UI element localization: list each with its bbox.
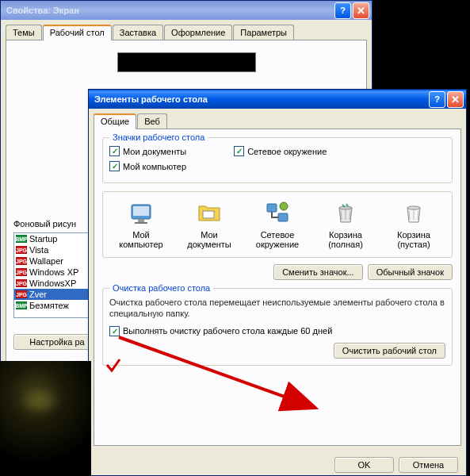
dialog-buttons: OK Отмена	[89, 451, 466, 476]
list-item[interactable]: JPGZver	[14, 289, 98, 300]
background-wallpaper	[0, 361, 91, 476]
check-label: Выполнять очистку рабочего стола каждые …	[123, 326, 332, 336]
desktop-icon-item[interactable]: Мой компьютер	[113, 200, 169, 249]
check-label: Мой компьютер	[123, 162, 186, 171]
svg-rect-2	[138, 219, 144, 222]
monitor-preview	[117, 52, 256, 72]
tab-screensaver[interactable]: Заставка	[113, 25, 163, 40]
file-icon: BMP	[16, 235, 27, 243]
window-title: Элементы рабочего стола	[91, 94, 429, 104]
desktop-icon-item[interactable]: Сетевое окружение	[250, 200, 305, 249]
svg-rect-3	[135, 222, 147, 224]
file-icon: JPG	[16, 279, 27, 287]
window-title: Свойства: Экран	[3, 6, 334, 15]
list-item-label: Vista	[29, 245, 48, 255]
list-item-label: Startup	[29, 234, 57, 244]
cleanup-description: Очистка рабочего стола перемещает неиспо…	[109, 297, 445, 320]
tabs: Общие Веб	[89, 109, 466, 129]
list-item[interactable]: JPGWindows XP	[14, 267, 98, 278]
check-network[interactable]: ✓Сетевое окружение	[234, 146, 327, 156]
check-cleanup-60days[interactable]: ✓Выполнять очистку рабочего стола каждые…	[109, 326, 445, 336]
desktop-icon-item[interactable]: Корзина (пустая)	[386, 200, 441, 249]
titlebar[interactable]: Элементы рабочего стола ? ✕	[89, 90, 466, 109]
list-item-label: Безмятеж	[29, 301, 69, 310]
svg-point-9	[407, 206, 420, 209]
check-mydocs[interactable]: ✓Мои документы	[109, 146, 186, 156]
tab-general[interactable]: Общие	[94, 113, 136, 129]
list-item-label: WindowsXP	[29, 278, 76, 288]
desktop-items-window: Элементы рабочего стола ? ✕ Общие Веб Зн…	[88, 89, 467, 476]
icon-label: Корзина (полная)	[318, 230, 373, 249]
desktop-icon	[197, 200, 222, 227]
check-mycomputer[interactable]: ✓Мой компьютер	[109, 161, 186, 171]
svg-point-8	[339, 206, 352, 209]
change-icon-button[interactable]: Сменить значок...	[273, 264, 363, 280]
svg-rect-4	[203, 211, 214, 218]
svg-rect-1	[133, 206, 149, 216]
list-item-label: Windows XP	[29, 267, 78, 277]
tab-settings[interactable]: Параметры	[233, 25, 294, 40]
tabs: Темы Рабочий стол Заставка Оформление Па…	[1, 20, 372, 40]
background-list[interactable]: BMPStartupJPGVistaJPGWallaperJPGWindows …	[13, 232, 99, 318]
close-button[interactable]: ✕	[447, 91, 464, 108]
icon-label: Сетевое окружение	[250, 230, 305, 249]
tab-appearance[interactable]: Оформление	[164, 25, 232, 40]
tab-themes[interactable]: Темы	[6, 25, 42, 40]
desktop-icons-fieldset: Значки рабочего стола ✓Мои документы ✓Мо…	[102, 137, 453, 183]
list-item[interactable]: JPGVista	[14, 244, 98, 255]
svg-rect-5	[267, 204, 277, 212]
help-button[interactable]: ?	[334, 2, 351, 19]
list-item[interactable]: JPGWallaper	[14, 255, 98, 267]
titlebar[interactable]: Свойства: Экран ? ✕	[1, 1, 372, 20]
default-icon-button[interactable]: Обычный значок	[368, 264, 453, 280]
tab-web[interactable]: Веб	[137, 113, 167, 129]
svg-rect-6	[278, 213, 288, 221]
list-item[interactable]: BMPStartup	[14, 233, 98, 244]
list-item[interactable]: BMPБезмятеж	[14, 300, 98, 311]
annotation-checkmark	[105, 357, 123, 374]
desktop-cleanup-fieldset: Очистка рабочего стола Очистка рабочего …	[102, 288, 453, 366]
list-item-label: Zver	[29, 290, 47, 299]
desktop-icon	[265, 200, 290, 227]
icon-label: Корзина (пустая)	[386, 230, 441, 249]
svg-point-7	[280, 202, 288, 210]
icon-label: Мой компьютер	[113, 230, 169, 249]
list-item-label: Wallaper	[29, 256, 63, 266]
close-button[interactable]: ✕	[353, 2, 369, 19]
desktop-icon-item[interactable]: Корзина (полная)	[318, 200, 373, 249]
check-label: Мои документы	[123, 147, 186, 156]
file-icon: BMP	[16, 301, 27, 309]
file-icon: JPG	[16, 268, 27, 276]
file-icon: JPG	[16, 290, 27, 298]
desktop-icon-item[interactable]: Мои документы	[182, 200, 237, 249]
checkbox-icon: ✓	[109, 161, 120, 171]
cancel-button[interactable]: Отмена	[399, 457, 458, 473]
fieldset-title: Очистка рабочего стола	[109, 283, 213, 293]
icon-selection-box[interactable]: Мой компьютерМои документыСетевое окруже…	[102, 191, 453, 258]
desktop-icon	[401, 200, 426, 227]
clean-desktop-button[interactable]: Очистить рабочий стол	[334, 343, 445, 359]
checkbox-icon: ✓	[109, 146, 120, 156]
desktop-icon	[128, 200, 154, 227]
check-label: Сетевое окружение	[247, 147, 327, 156]
ok-button[interactable]: OK	[334, 457, 394, 473]
tab-panel: Значки рабочего стола ✓Мои документы ✓Мо…	[94, 129, 461, 446]
icon-label: Мои документы	[182, 230, 237, 249]
file-icon: JPG	[16, 246, 27, 254]
fieldset-title: Значки рабочего стола	[109, 132, 208, 142]
background-label: Фоновый рисун	[13, 219, 76, 228]
checkbox-icon: ✓	[234, 146, 244, 156]
file-icon: JPG	[16, 257, 27, 265]
checkbox-icon: ✓	[109, 326, 120, 336]
list-item[interactable]: JPGWindowsXP	[14, 278, 98, 289]
help-button[interactable]: ?	[429, 91, 445, 108]
tab-desktop[interactable]: Рабочий стол	[43, 25, 112, 40]
desktop-icon	[333, 200, 358, 227]
